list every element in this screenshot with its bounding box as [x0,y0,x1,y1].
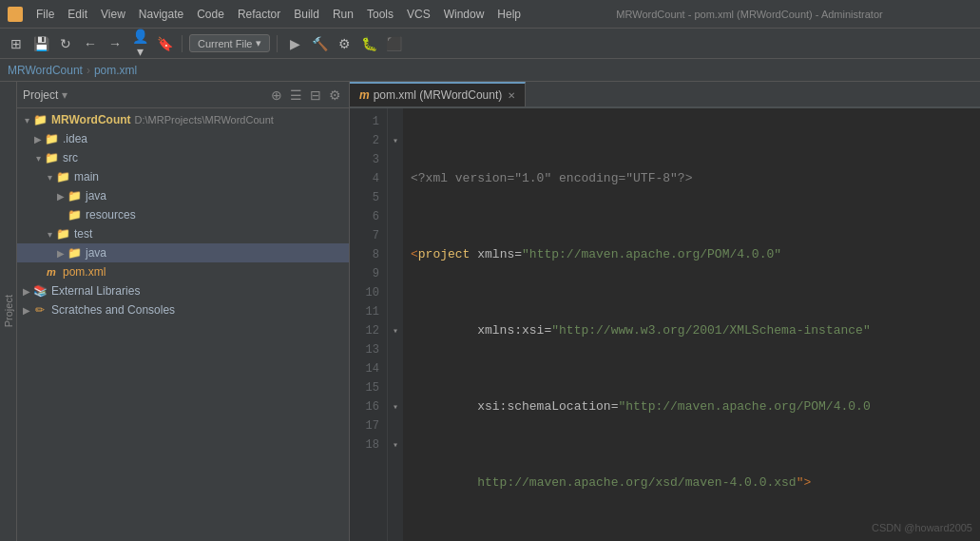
menu-vcs[interactable]: VCS [401,6,436,23]
gutter-4 [388,169,403,188]
bookmark-btn[interactable]: 🔖 [154,33,175,54]
pom-icon: m [44,264,59,280]
tree-item-java-main[interactable]: ▶ 📁 java [17,186,349,205]
gutter-17 [388,416,403,435]
ln-3: 3 [350,150,387,169]
tree-label-java-main: java [86,189,106,203]
gutter-18[interactable]: ▾ [388,435,403,454]
collapse-btn[interactable]: ⊟ [308,86,323,105]
breadcrumb-file[interactable]: pom.xml [94,64,137,77]
menu-edit[interactable]: Edit [62,6,93,23]
java-main-icon: 📁 [67,188,82,203]
tree-item-test[interactable]: ▾ 📁 test [17,224,349,243]
tree-item-idea[interactable]: ▶ 📁 .idea [17,129,349,148]
gutter-12[interactable]: ▾ [388,321,403,340]
idea-icon: 📁 [44,131,59,146]
gutter-1 [388,112,403,131]
tree-item-resources[interactable]: ▶ 📁 resources [17,205,349,224]
ln-9: 9 [350,264,387,283]
build-btn[interactable]: 🔨 [309,33,330,54]
ln-7: 7 [350,226,387,245]
tree-label-scratches: Scratches and Consoles [51,303,175,317]
ln-11: 11 [350,302,387,321]
project-icon-btn[interactable]: ⊞ [6,33,27,54]
java-test-icon: 📁 [67,245,82,261]
test-icon: 📁 [55,226,70,242]
arrow-idea: ▶ [32,134,44,145]
arrow-java-test: ▶ [55,248,67,259]
project-dropdown-icon[interactable]: ▾ [62,88,67,102]
run-btn[interactable]: ▶ [284,33,305,54]
arrow-main: ▾ [44,172,55,183]
breadcrumb: MRWordCount › pom.xml [0,59,980,82]
tree-item-root[interactable]: ▾ 📁 MRWordCount D:\MRProjects\MRWordCoun… [17,110,349,129]
gutter-16[interactable]: ▾ [388,397,403,416]
stop-btn[interactable]: ⬛ [383,33,404,54]
menu-view[interactable]: View [95,6,131,23]
debug-btn[interactable]: 🐛 [358,33,379,54]
main-layout: Project Project ▾ ⊕ ☰ ⊟ ⚙ ▾ 📁 MR [0,82,980,541]
gutter-6 [388,207,403,226]
tab-file-icon: m [359,88,370,102]
libraries-icon: 📚 [32,283,48,299]
forward-btn[interactable]: → [105,33,125,54]
tree-item-libraries[interactable]: ▶ 📚 External Libraries [17,281,349,300]
tree-item-scratches[interactable]: ▶ ✏ Scratches and Consoles [17,300,349,319]
gutter-8 [388,245,403,264]
hammer-btn[interactable]: ⚙ [334,33,355,54]
navigate-btn[interactable]: 👤▾ [129,33,150,54]
menu-window[interactable]: Window [438,6,490,23]
ln-1: 1 [350,112,387,131]
code-line-5: http://maven.apache.org/xsd/maven-4.0.0.… [411,473,972,493]
tab-label: pom.xml (MRWordCount) [374,88,503,102]
back-btn[interactable]: ← [80,33,101,54]
tree-item-java-test[interactable]: ▶ 📁 java [17,243,349,262]
tree-label-idea: .idea [63,132,87,145]
gutter-15 [388,378,403,397]
settings-btn[interactable]: ⚙ [327,86,343,105]
code-editor[interactable]: 1 2 3 4 5 6 7 8 9 10 11 12 13 14 15 16 1 [350,108,980,541]
tree-item-pom[interactable]: ▶ m pom.xml [17,262,349,281]
arrow-test: ▾ [44,229,55,240]
ln-13: 13 [350,340,387,359]
current-file-dropdown[interactable]: Current File ▾ [189,34,270,52]
project-tab-label[interactable]: Project [3,295,14,327]
tab-close-btn[interactable]: ✕ [508,90,515,101]
ln-15: 15 [350,378,387,397]
code-line-3: xmlns:xsi="http://www.w3.org/2001/XMLSch… [411,321,972,340]
gutter-7 [388,226,403,245]
arrow-root: ▾ [21,115,32,126]
tree-item-main[interactable]: ▾ 📁 main [17,167,349,186]
tree-label-pom: pom.xml [63,265,106,279]
gutter-14 [388,359,403,378]
code-content[interactable]: <?xml version="1.0" encoding="UTF-8"?> <… [403,108,980,541]
tree-item-src[interactable]: ▾ 📁 src [17,148,349,167]
gutter-2[interactable]: ▾ [388,131,403,150]
breadcrumb-project[interactable]: MRWordCount [8,64,83,77]
flatten-btn[interactable]: ☰ [288,86,304,105]
resources-icon: 📁 [67,207,82,222]
sync-btn[interactable]: ↻ [55,33,76,54]
menu-tools[interactable]: Tools [361,6,399,23]
save-btn[interactable]: 💾 [30,33,51,54]
tree-label-main: main [74,170,99,184]
menu-build[interactable]: Build [288,6,325,23]
editor-tab-pom[interactable]: m pom.xml (MRWordCount) ✕ [350,82,526,106]
code-text-1: <?xml version="1.0" encoding="UTF-8"?> [411,169,692,188]
gutter-11 [388,302,403,321]
arrow-scratches: ▶ [21,305,32,316]
menu-navigate[interactable]: Navigate [133,6,189,23]
ln-12: 12 [350,321,387,340]
menu-code[interactable]: Code [191,6,230,23]
side-gutter[interactable]: Project [0,82,17,541]
line-numbers: 1 2 3 4 5 6 7 8 9 10 11 12 13 14 15 16 1 [350,108,388,541]
arrow-src: ▾ [32,153,44,164]
menu-refactor[interactable]: Refactor [232,6,286,23]
menu-run[interactable]: Run [327,6,359,23]
menu-help[interactable]: Help [491,6,527,23]
add-folder-btn[interactable]: ⊕ [269,86,284,105]
ln-16: 16 [350,397,387,416]
gutter-3 [388,150,403,169]
menu-file[interactable]: File [30,6,60,23]
current-file-label: Current File [198,38,252,49]
